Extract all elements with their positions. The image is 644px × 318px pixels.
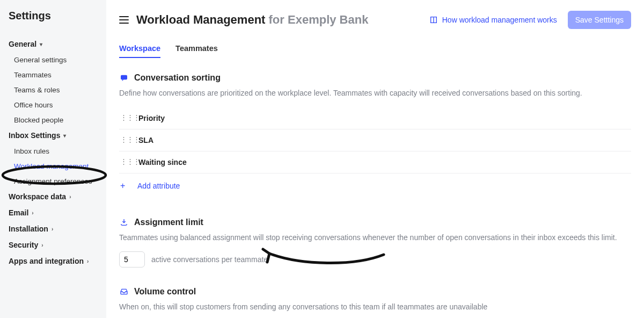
sort-row-label: Waiting since: [138, 158, 187, 167]
sidebar-group-label: Security: [9, 241, 38, 249]
sidebar-group-general[interactable]: General ▾: [0, 36, 106, 52]
tabs: Workspace Teammates: [119, 44, 631, 58]
chevron-down-icon: ▾: [63, 133, 66, 139]
sort-row-priority[interactable]: ⋮⋮⋮ Priority: [119, 107, 631, 129]
assignment-limit-input[interactable]: [119, 251, 145, 268]
drag-handle-icon[interactable]: ⋮⋮⋮: [120, 116, 130, 120]
add-attribute-label: Add attribute: [137, 182, 180, 190]
sidebar-item-office-hours[interactable]: Office hours: [0, 97, 106, 112]
help-link-label: How workload management works: [442, 16, 557, 24]
page-title: Workload Management for Exemply Bank: [136, 13, 368, 27]
chat-bubble-icon: [119, 73, 129, 83]
plus-icon: +: [120, 181, 130, 191]
section-assignment-limit: Assignment limit Teammates using balance…: [119, 218, 631, 268]
sidebar-group-label: Apps and integration: [9, 257, 84, 265]
svg-rect-0: [121, 75, 127, 80]
save-settings-button[interactable]: Save Setttings: [568, 11, 631, 29]
sidebar-group-installation[interactable]: Installation ›: [0, 221, 106, 237]
sidebar-title: Settings: [0, 10, 106, 36]
chevron-down-icon: ▾: [40, 41, 42, 47]
chevron-right-icon: ›: [41, 242, 43, 248]
sidebar-group-label: Workspace data: [9, 192, 66, 201]
sidebar-item-inbox-rules[interactable]: Inbox rules: [0, 143, 106, 158]
sidebar-item-general-settings[interactable]: General settings: [0, 52, 106, 67]
chevron-right-icon: ›: [52, 226, 53, 232]
sidebar-group-label: General: [9, 40, 36, 48]
sidebar-item-blocked-people[interactable]: Blocked people: [0, 112, 106, 127]
sidebar-item-workload-management[interactable]: Workload management: [0, 158, 106, 174]
sidebar-item-assignment-preferences[interactable]: Assignment preferences: [0, 174, 106, 189]
section-conversation-sorting: Conversation sorting Define how conversa…: [119, 73, 631, 198]
section-description: When on, this will stop customers from s…: [119, 302, 631, 313]
tab-workspace[interactable]: Workspace: [119, 44, 160, 58]
sidebar-group-label: Installation: [9, 225, 48, 233]
limit-suffix-label: active conversations per teammate: [151, 255, 268, 264]
add-attribute-button[interactable]: + Add attribute: [119, 174, 631, 198]
sidebar-group-label: Email: [9, 208, 28, 217]
sort-row-label: Priority: [138, 114, 165, 122]
inbox-icon: [119, 287, 129, 297]
section-header: Assignment limit: [119, 218, 631, 227]
main-header-left: Workload Management for Exemply Bank: [119, 13, 368, 27]
section-volume-control: Volume control When on, this will stop c…: [119, 287, 631, 313]
drag-handle-icon[interactable]: ⋮⋮⋮: [120, 138, 130, 142]
sidebar-group-label: Inbox Settings: [9, 131, 60, 140]
section-header: Conversation sorting: [119, 73, 631, 83]
menu-icon[interactable]: [119, 16, 129, 24]
limit-row: active conversations per teammate: [119, 251, 631, 268]
section-description: Teammates using balanced assignment will…: [119, 233, 631, 243]
sidebar-group-inbox-settings[interactable]: Inbox Settings ▾: [0, 127, 106, 143]
sidebar-group-workspace-data[interactable]: Workspace data ›: [0, 189, 106, 205]
tab-teammates[interactable]: Teammates: [175, 44, 218, 58]
chevron-right-icon: ›: [69, 194, 71, 200]
main-header-right: How workload management works Save Settt…: [429, 11, 631, 29]
section-header: Volume control: [119, 287, 631, 297]
sidebar-group-email[interactable]: Email ›: [0, 205, 106, 221]
help-link[interactable]: How workload management works: [429, 16, 557, 24]
sidebar-group-security[interactable]: Security ›: [0, 237, 106, 253]
page-title-suffix: for Exemply Bank: [269, 13, 369, 26]
download-limit-icon: [119, 218, 129, 227]
section-title: Conversation sorting: [134, 73, 221, 83]
section-description: Define how conversations are prioritized…: [119, 88, 631, 99]
section-title: Assignment limit: [134, 218, 203, 227]
sidebar-item-teammates[interactable]: Teammates: [0, 67, 106, 82]
main-header: Workload Management for Exemply Bank How…: [119, 11, 631, 29]
section-title: Volume control: [134, 287, 196, 297]
sort-row-label: SLA: [138, 136, 153, 144]
chevron-right-icon: ›: [32, 210, 33, 216]
page-title-main: Workload Management: [136, 13, 265, 26]
sidebar-group-apps-integration[interactable]: Apps and integration ›: [0, 253, 106, 269]
book-icon: [429, 16, 438, 24]
settings-sidebar: Settings General ▾ General settings Team…: [0, 0, 106, 318]
sidebar-item-teams-roles[interactable]: Teams & roles: [0, 82, 106, 97]
sort-row-waiting-since[interactable]: ⋮⋮⋮ Waiting since: [119, 151, 631, 174]
sort-row-sla[interactable]: ⋮⋮⋮ SLA: [119, 129, 631, 151]
drag-handle-icon[interactable]: ⋮⋮⋮: [120, 160, 130, 164]
chevron-right-icon: ›: [87, 258, 89, 264]
main-content: Workload Management for Exemply Bank How…: [106, 0, 644, 318]
